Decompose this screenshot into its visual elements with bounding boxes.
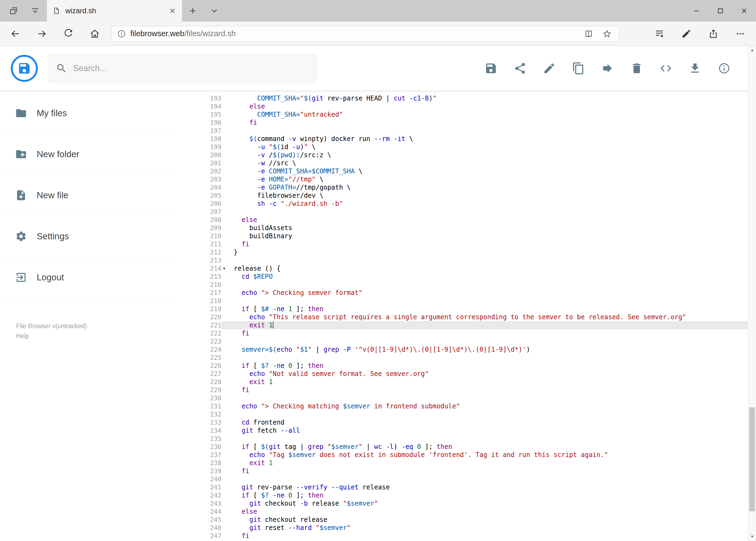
code-line[interactable]: 205 filebrowser/dev \ [197, 192, 748, 200]
code-line[interactable]: 218 [197, 297, 748, 305]
browser-share-button[interactable] [700, 22, 727, 46]
maximize-button[interactable] [708, 0, 732, 22]
code-line[interactable]: 201 -w //src \ [197, 159, 748, 167]
back-button[interactable] [2, 22, 29, 46]
code-line[interactable]: 237 echo "Tag $semver does not exist in … [197, 451, 748, 459]
scroll-up-button[interactable] [748, 46, 756, 55]
move-button[interactable] [601, 62, 614, 75]
code-text[interactable]: git checkout release [234, 516, 327, 524]
code-text[interactable]: fi [234, 532, 249, 540]
code-text[interactable]: semver=$(echo "$1" | grep -P '^v(0|[1-9]… [234, 345, 530, 353]
search-input[interactable] [73, 64, 310, 73]
share-button[interactable] [514, 62, 527, 75]
scrollbar[interactable] [748, 46, 756, 541]
code-line[interactable]: 220 echo "This release script requires a… [197, 313, 748, 321]
code-text[interactable]: } [234, 248, 237, 256]
code-line[interactable]: 214▾release () { [197, 265, 748, 272]
reading-view-button[interactable] [582, 27, 596, 41]
filebrowser-logo[interactable] [11, 55, 38, 82]
code-line[interactable]: 234 git fetch --all [197, 426, 748, 435]
window-close-button[interactable] [732, 0, 756, 22]
code-line[interactable]: 246 git reset --hard "$semver" [197, 524, 748, 532]
site-info-icon[interactable] [117, 29, 126, 38]
home-button[interactable] [82, 22, 108, 46]
code-text[interactable]: git checkout -b release "$semver" [234, 499, 378, 507]
code-line[interactable]: 236 if [ $(git tag | grep "$semver" | wc… [197, 443, 748, 451]
code-text[interactable]: git fetch --all [234, 426, 300, 435]
code-text[interactable]: release () { [234, 265, 280, 272]
delete-button[interactable] [630, 62, 643, 75]
code-line[interactable]: 232 [197, 410, 748, 418]
code-line[interactable]: 208 else [197, 216, 748, 224]
code-line[interactable]: 193 COMMIT_SHA="$(git rev-parse HEAD | c… [197, 94, 748, 102]
code-line[interactable]: 239 fi [197, 467, 748, 475]
code-text[interactable]: cd $REPO [234, 272, 273, 280]
copy-button[interactable] [572, 62, 585, 75]
sidebar-item-new-file[interactable]: New file [0, 175, 174, 216]
save-button[interactable] [484, 62, 497, 75]
code-line[interactable]: 206 sh -c "./wizard.sh -b" [197, 200, 748, 208]
code-text[interactable]: else [234, 216, 257, 224]
code-text[interactable]: -e HOME="//tmp" \ [234, 175, 323, 184]
code-line[interactable]: 202 -e COMMIT_SHA=$COMMIT_SHA \ [197, 167, 748, 175]
favorites-hub-button[interactable] [646, 22, 673, 46]
code-line[interactable]: 198 $(command -v winpty) docker run --rm… [197, 135, 748, 143]
code-line[interactable]: 243 git checkout -b release "$semver" [197, 499, 748, 507]
code-text[interactable]: -w //src \ [234, 159, 296, 167]
code-line[interactable]: 224 semver=$(echo "$1" | grep -P '^v(0|[… [197, 345, 748, 353]
code-line[interactable]: 244 else [197, 507, 748, 516]
code-text[interactable]: git rev-parse --verify --quiet release [234, 483, 390, 491]
code-text[interactable]: echo "> Checking matching $semver in fro… [234, 402, 460, 410]
code-line[interactable]: 223 [197, 337, 748, 345]
code-text[interactable]: exit 1 [234, 459, 273, 467]
url-field[interactable]: filebrowser.web/files/wizard.sh [112, 26, 619, 42]
code-text[interactable]: fi [234, 386, 249, 394]
code-text[interactable]: fi [234, 467, 249, 475]
code-text[interactable]: -e COMMIT_SHA=$COMMIT_SHA \ [234, 167, 363, 175]
fold-arrow-icon[interactable]: ▾ [223, 265, 225, 272]
code-line[interactable]: 217 echo "> Checking semver format" [197, 289, 748, 297]
code-line[interactable]: 211 fi [197, 240, 748, 248]
code-line[interactable]: 230 [197, 394, 748, 402]
code-line[interactable]: 200 -v /$(pwd):/src:z \ [197, 151, 748, 159]
code-line[interactable]: 238 exit 1 [197, 459, 748, 467]
set-tabs-aside-button[interactable] [3, 0, 24, 22]
code-line[interactable]: 245 git checkout release [197, 516, 748, 524]
code-line[interactable]: 233 cd frontend [197, 418, 748, 426]
code-text[interactable]: echo "This release script requires a sin… [234, 313, 686, 321]
scroll-down-button[interactable] [748, 532, 756, 541]
code-text[interactable]: git reset --hard "$semver" [234, 524, 351, 532]
code-text[interactable]: COMMIT_SHA="untracked" [234, 111, 343, 119]
code-line[interactable]: 212} [197, 248, 748, 256]
tab-preview-toggle-button[interactable] [24, 0, 46, 22]
new-tab-button[interactable] [182, 0, 203, 22]
code-line[interactable]: 197 [197, 127, 748, 135]
code-line[interactable]: 204 -e GOPATH=//tmp/gopath \ [197, 184, 748, 192]
code-line[interactable]: 222 fi [197, 329, 748, 337]
add-favorite-button[interactable] [600, 27, 614, 41]
code-line[interactable]: 209 buildAssets [197, 224, 748, 232]
browser-tab[interactable]: wizard.sh [47, 0, 182, 22]
code-line[interactable]: 203 -e HOME="//tmp" \ [197, 175, 748, 184]
code-text[interactable]: -e GOPATH=//tmp/gopath \ [234, 184, 351, 192]
rename-button[interactable] [543, 62, 556, 75]
info-button[interactable] [718, 62, 731, 75]
code-line[interactable]: 225 [197, 353, 748, 362]
code-line[interactable]: 227 echo "Not valid semver format. See s… [197, 370, 748, 378]
code-text[interactable]: echo "> Checking semver format" [234, 289, 363, 297]
code-line[interactable]: 241 git rev-parse --verify --quiet relea… [197, 483, 748, 491]
code-text[interactable]: exit 1 [234, 378, 273, 386]
code-text[interactable]: exit 1 [234, 321, 273, 329]
web-note-button[interactable] [673, 22, 700, 46]
code-text[interactable]: if [ $# -ne 1 ]; then [234, 305, 323, 313]
code-text[interactable]: COMMIT_SHA="$(git rev-parse HEAD | cut -… [234, 94, 436, 102]
code-text[interactable]: fi [234, 329, 249, 337]
help-link[interactable]: Help [16, 331, 29, 341]
code-text[interactable]: fi [234, 240, 249, 248]
code-line[interactable]: 229 fi [197, 386, 748, 394]
code-text[interactable]: echo "Not valid semver format. See semve… [234, 370, 429, 378]
code-text[interactable]: -v /$(pwd):/src:z \ [234, 151, 331, 159]
code-line[interactable]: 195 COMMIT_SHA="untracked" [197, 111, 748, 119]
code-line[interactable]: 242 if [ $? -ne 0 ]; then [197, 491, 748, 499]
forward-button[interactable] [29, 22, 55, 46]
